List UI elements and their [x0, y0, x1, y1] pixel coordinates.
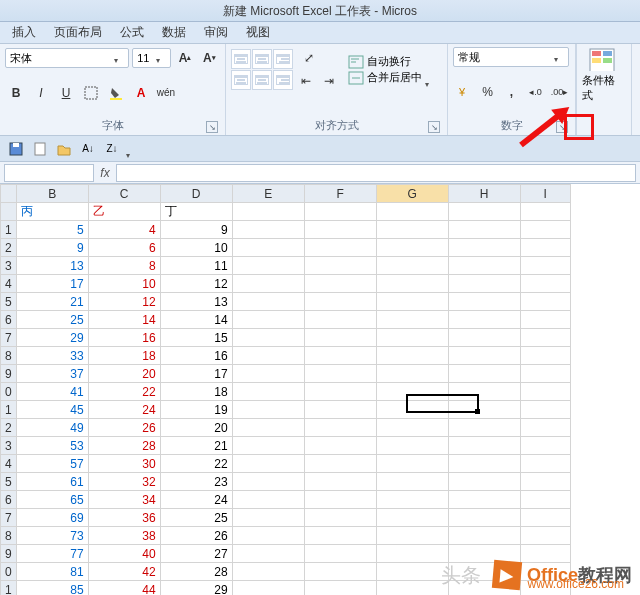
conditional-format-button[interactable]: 条件格式 — [582, 47, 622, 103]
row-header[interactable]: 2 — [1, 419, 17, 437]
worksheet[interactable]: B C D E F G H I 丙 乙 丁 154929610313811417… — [0, 184, 640, 595]
table-row[interactable]: 7291615 — [1, 329, 571, 347]
align-bottom-left[interactable] — [231, 70, 251, 90]
row-header[interactable]: 1 — [1, 401, 17, 419]
table-row[interactable]: 7693625 — [1, 509, 571, 527]
decrease-decimal-button[interactable]: .00▸ — [549, 81, 570, 103]
tab-view[interactable]: 视图 — [246, 24, 270, 41]
wrap-text-button[interactable]: 自动换行 — [348, 54, 435, 69]
sort-desc-button[interactable]: Z↓ — [102, 139, 122, 159]
tab-data[interactable]: 数据 — [162, 24, 186, 41]
cell: 26 — [160, 527, 232, 545]
table-row[interactable]: 2492620 — [1, 419, 571, 437]
cell: 49 — [16, 419, 88, 437]
col-header-D: D — [160, 185, 232, 203]
table-row[interactable]: 0412218 — [1, 383, 571, 401]
row-header[interactable]: 5 — [1, 293, 17, 311]
table-row[interactable]: 1549 — [1, 221, 571, 239]
row-header[interactable]: 3 — [1, 437, 17, 455]
underline-button[interactable]: U — [55, 82, 77, 104]
cell: 13 — [16, 257, 88, 275]
fill-color-button[interactable] — [105, 82, 127, 104]
comma-button[interactable]: , — [501, 81, 522, 103]
cell: 77 — [16, 545, 88, 563]
formula-input[interactable] — [116, 164, 636, 182]
align-top-center[interactable] — [252, 49, 272, 69]
align-top-left[interactable] — [231, 49, 251, 69]
table-row[interactable]: 4573022 — [1, 455, 571, 473]
number-dialog-launcher[interactable]: ↘ — [556, 121, 568, 133]
tab-review[interactable]: 审阅 — [204, 24, 228, 41]
row-header[interactable]: 5 — [1, 473, 17, 491]
table-row[interactable]: 6653424 — [1, 491, 571, 509]
sort-asc-button[interactable]: A↓ — [78, 139, 98, 159]
tab-insert[interactable]: 插入 — [12, 24, 36, 41]
bold-button[interactable]: B — [5, 82, 27, 104]
indent-increase-button[interactable]: ⇥ — [319, 70, 339, 92]
row-header[interactable]: 0 — [1, 563, 17, 581]
row-header[interactable]: 2 — [1, 239, 17, 257]
font-dialog-launcher[interactable]: ↘ — [206, 121, 218, 133]
font-family-select[interactable]: 宋体 — [5, 48, 129, 68]
table-row[interactable]: 8733826 — [1, 527, 571, 545]
row-header[interactable]: 1 — [1, 221, 17, 239]
border-button[interactable] — [80, 82, 102, 104]
font-size-select[interactable]: 11 — [132, 48, 171, 68]
table-row[interactable]: 1452419 — [1, 401, 571, 419]
align-bottom-right[interactable] — [273, 70, 293, 90]
table-row[interactable]: 5211213 — [1, 293, 571, 311]
row-header[interactable]: 4 — [1, 275, 17, 293]
percent-button[interactable]: % — [477, 81, 498, 103]
column-headers[interactable]: B C D E F G H I — [1, 185, 571, 203]
row-header[interactable]: 0 — [1, 383, 17, 401]
table-row[interactable]: 5613223 — [1, 473, 571, 491]
merge-center-button[interactable]: 合并后居中 — [348, 70, 435, 85]
row-header[interactable]: 9 — [1, 545, 17, 563]
grow-font-button[interactable]: A▴ — [174, 47, 195, 69]
fx-icon[interactable]: fx — [94, 166, 116, 180]
row-header[interactable]: 9 — [1, 365, 17, 383]
font-color-button[interactable]: A — [130, 82, 152, 104]
open-button[interactable] — [54, 139, 74, 159]
row-header[interactable]: 8 — [1, 347, 17, 365]
align-top-right[interactable] — [273, 49, 293, 69]
table-row[interactable]: 4171012 — [1, 275, 571, 293]
currency-button[interactable]: ¥ — [453, 81, 474, 103]
table-row[interactable]: 6251414 — [1, 311, 571, 329]
table-row[interactable]: 313811 — [1, 257, 571, 275]
window-titlebar: 新建 Microsoft Excel 工作表 - Micros — [0, 0, 640, 22]
orientation-button[interactable]: ⤢ — [296, 47, 322, 69]
qat-customize[interactable] — [126, 144, 136, 154]
table-row[interactable]: 9774027 — [1, 545, 571, 563]
cell: 15 — [160, 329, 232, 347]
table-row[interactable]: 29610 — [1, 239, 571, 257]
conditional-format-icon — [588, 47, 616, 71]
table-row[interactable]: 9372017 — [1, 365, 571, 383]
table-row[interactable]: 8331816 — [1, 347, 571, 365]
svg-rect-7 — [603, 51, 612, 56]
row-header[interactable]: 3 — [1, 257, 17, 275]
table-row[interactable]: 3532821 — [1, 437, 571, 455]
align-bottom-center[interactable] — [252, 70, 272, 90]
save-button[interactable] — [6, 139, 26, 159]
name-box[interactable] — [4, 164, 94, 182]
align-dialog-launcher[interactable]: ↘ — [428, 121, 440, 133]
chevron-down-icon — [554, 52, 564, 62]
row-header[interactable]: 7 — [1, 329, 17, 347]
indent-decrease-button[interactable]: ⇤ — [296, 70, 316, 92]
row-header[interactable]: 4 — [1, 455, 17, 473]
phonetic-button[interactable]: wén — [155, 82, 177, 104]
increase-decimal-button[interactable]: ◂.0 — [525, 81, 546, 103]
shrink-font-button[interactable]: A▾ — [199, 47, 220, 69]
row-header[interactable]: 6 — [1, 491, 17, 509]
tab-formula[interactable]: 公式 — [120, 24, 144, 41]
header-row[interactable]: 丙 乙 丁 — [1, 203, 571, 221]
row-header[interactable]: 6 — [1, 311, 17, 329]
row-header[interactable]: 1 — [1, 581, 17, 596]
row-header[interactable]: 7 — [1, 509, 17, 527]
number-format-select[interactable]: 常规 — [453, 47, 569, 67]
italic-button[interactable]: I — [30, 82, 52, 104]
tab-page-layout[interactable]: 页面布局 — [54, 24, 102, 41]
new-button[interactable] — [30, 139, 50, 159]
row-header[interactable]: 8 — [1, 527, 17, 545]
